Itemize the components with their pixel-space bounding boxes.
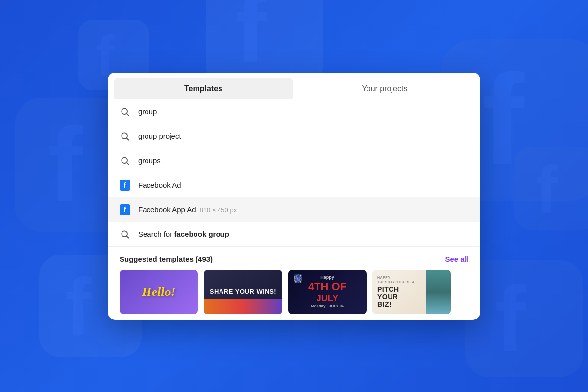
search-icon [120, 131, 130, 142]
decorative-dots: 🎆 [293, 274, 303, 283]
template-card-pitch-biz[interactable]: HAPPY TUESDAY·YOU'RE A... PITCHYOURBIZ! [372, 270, 451, 314]
template-card-hello[interactable]: Hello! [120, 270, 198, 314]
suggestion-label: group [138, 107, 157, 116]
suggestion-label: group project [138, 132, 181, 140]
suggestion-item-search-facebook-group[interactable]: Search for facebook group [108, 222, 480, 246]
tab-templates[interactable]: Templates [114, 78, 293, 99]
template-card-4th-july[interactable]: 🎆 Happy 4TH OF JULY Monday · JULY 04 [288, 270, 367, 314]
card-2-text: SHARE YOUR WINS! [210, 288, 276, 296]
card-3-text: Happy 4TH OF JULY Monday · JULY 04 [308, 275, 346, 308]
modal-overlay: Templates Your projects group [0, 0, 588, 392]
suggested-title: Suggested templates (493) [120, 255, 213, 263]
facebook-icon: f [120, 180, 130, 191]
svg-line-21 [127, 236, 129, 238]
suggestion-item-group-project[interactable]: group project [108, 124, 480, 148]
suggestions-list: group group project [108, 99, 480, 246]
see-all-link[interactable]: See all [445, 255, 468, 263]
suggestion-item-facebook-app-ad[interactable]: f Facebook App Ad810 × 450 px [108, 197, 480, 222]
search-icon [120, 229, 130, 240]
search-icon [120, 155, 130, 166]
facebook-icon: f [120, 204, 130, 215]
template-cards-row: Hello! SHARE YOUR WINS! 🎆 Happy 4TH OF J… [120, 270, 468, 314]
search-icon [120, 106, 130, 117]
templates-modal: Templates Your projects group [108, 73, 480, 320]
svg-line-19 [127, 162, 129, 164]
suggested-header: Suggested templates (493) See all [120, 255, 468, 263]
suggestion-label: Facebook Ad [138, 181, 181, 189]
suggestion-label: groups [138, 156, 161, 165]
suggestion-label: Facebook App Ad810 × 450 px [138, 205, 237, 214]
search-facebook-group-label: Search for facebook group [138, 230, 229, 238]
template-card-share-wins[interactable]: SHARE YOUR WINS! [204, 270, 282, 314]
tab-your-projects[interactable]: Your projects [295, 78, 474, 99]
suggestion-item-group[interactable]: group [108, 99, 480, 124]
svg-line-17 [127, 138, 129, 140]
card-1-text: Hello! [142, 285, 175, 299]
suggestion-item-facebook-ad[interactable]: f Facebook Ad [108, 173, 480, 197]
card-4-text: HAPPY TUESDAY·YOU'RE A... PITCHYOURBIZ! [377, 275, 420, 309]
tab-bar: Templates Your projects [108, 73, 480, 99]
suggestion-item-groups[interactable]: groups [108, 148, 480, 173]
item-dimensions: 810 × 450 px [200, 206, 237, 214]
svg-line-15 [127, 113, 129, 115]
suggested-templates-section: Suggested templates (493) See all Hello!… [108, 246, 480, 320]
